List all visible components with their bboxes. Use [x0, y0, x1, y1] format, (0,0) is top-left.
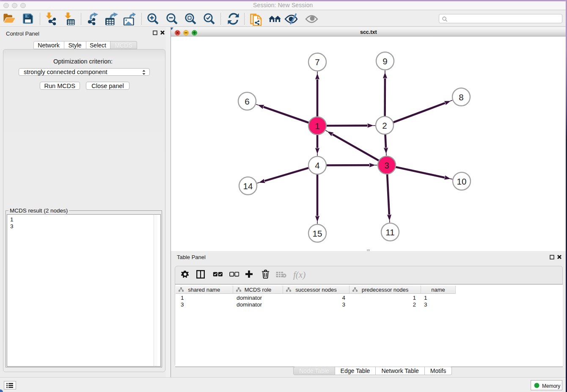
svg-text:11: 11: [385, 227, 394, 237]
svg-text:3: 3: [384, 160, 389, 170]
svg-text:6: 6: [245, 97, 249, 106]
svg-text:10: 10: [457, 177, 467, 186]
svg-text:8: 8: [459, 92, 463, 102]
svg-text:14: 14: [243, 181, 253, 191]
svg-text:15: 15: [313, 229, 322, 238]
svg-text:9: 9: [383, 56, 387, 66]
svg-text:4: 4: [315, 160, 319, 170]
svg-text:1: 1: [315, 121, 319, 131]
svg-text:2: 2: [382, 121, 387, 130]
svg-text:7: 7: [315, 57, 319, 67]
